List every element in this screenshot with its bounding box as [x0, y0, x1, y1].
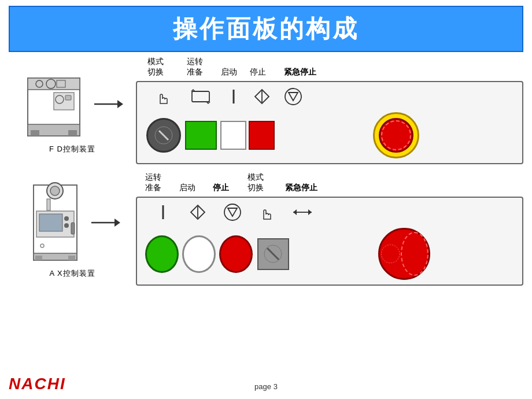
ax-label-start: 启动	[171, 183, 204, 193]
svg-marker-35	[114, 219, 120, 227]
svg-rect-9	[31, 130, 39, 136]
svg-point-23	[50, 186, 60, 195]
ax-start-button[interactable]	[145, 235, 179, 273]
ax-icon-bar	[146, 204, 180, 220]
svg-marker-43	[308, 209, 312, 215]
ax-icon-triangle	[216, 202, 249, 222]
fd-stop-button-red[interactable]	[249, 121, 275, 150]
ax-machine-svg	[25, 179, 88, 266]
ax-arrow	[88, 214, 120, 231]
svg-point-28	[64, 223, 69, 228]
svg-line-44	[267, 248, 279, 260]
fd-mode-switch[interactable]	[146, 118, 181, 153]
fd-icon-line	[220, 88, 246, 105]
ax-label: A X控制装置	[49, 268, 95, 279]
ax-panel-section: 运转准备 启动 停止 模式切换 紧急停止	[136, 172, 523, 286]
ax-stop-button-white[interactable]	[182, 235, 216, 273]
ax-icon-hand	[250, 203, 284, 221]
fd-machine-section: F D控制装置	[9, 66, 136, 154]
header: 操作面板的构成	[9, 6, 523, 52]
svg-marker-12	[117, 100, 123, 108]
ax-label-estop: 紧急停止	[274, 183, 328, 193]
fd-control-box	[136, 81, 523, 164]
svg-rect-29	[71, 223, 75, 234]
svg-rect-13	[192, 91, 209, 102]
fd-label-start: 启动	[215, 67, 243, 77]
svg-rect-32	[35, 256, 42, 260]
ax-label-stop: 停止	[204, 183, 238, 193]
fd-stop-button-white[interactable]	[220, 121, 246, 150]
ax-mode-switch[interactable]	[256, 238, 290, 270]
svg-rect-24	[47, 199, 50, 210]
nachi-logo: NACHI	[9, 375, 66, 393]
fd-arrow	[91, 95, 123, 113]
fd-label-mode: 模式切换	[136, 57, 175, 77]
page-number: page 3	[254, 382, 278, 391]
fd-icon-diamond	[249, 88, 275, 105]
fd-label-estop: 紧急停止	[272, 67, 327, 77]
fd-start-button[interactable]	[183, 121, 218, 150]
fd-label: F D控制装置	[49, 144, 95, 154]
svg-point-39	[224, 204, 241, 220]
svg-rect-26	[39, 214, 62, 231]
svg-point-27	[64, 216, 69, 221]
ax-control-box	[136, 197, 523, 286]
svg-rect-10	[68, 130, 77, 136]
ax-machine-section: A X控制装置	[9, 179, 136, 279]
fd-label-stop: 停止	[243, 67, 272, 77]
svg-rect-33	[68, 256, 75, 260]
svg-marker-18	[289, 93, 298, 101]
svg-point-46	[381, 245, 400, 263]
svg-marker-40	[228, 208, 237, 216]
ax-label-mode: 模式切换	[238, 172, 274, 193]
svg-marker-42	[293, 209, 297, 215]
ax-label-run: 运转准备	[136, 172, 171, 193]
fd-label-run: 运转准备	[175, 57, 215, 77]
fd-estop-button[interactable]	[277, 112, 515, 158]
ax-icon-diamond	[181, 204, 215, 221]
fd-icon-loop	[183, 88, 218, 105]
svg-rect-7	[65, 95, 71, 100]
fd-icon-hand	[146, 87, 181, 106]
header-title: 操作面板的构成	[173, 15, 359, 42]
fd-machine-svg	[22, 66, 91, 142]
svg-line-19	[159, 131, 168, 140]
ax-stop-button-red[interactable]	[219, 235, 253, 273]
fd-icon-triangle	[277, 87, 309, 106]
svg-point-17	[285, 88, 301, 105]
ax-icon-expand	[285, 204, 320, 220]
ax-estop-button[interactable]	[293, 228, 515, 280]
fd-panel-section: 模式切换 运转准备 启动 停止 紧急停止	[136, 57, 523, 164]
svg-rect-5	[54, 93, 74, 110]
